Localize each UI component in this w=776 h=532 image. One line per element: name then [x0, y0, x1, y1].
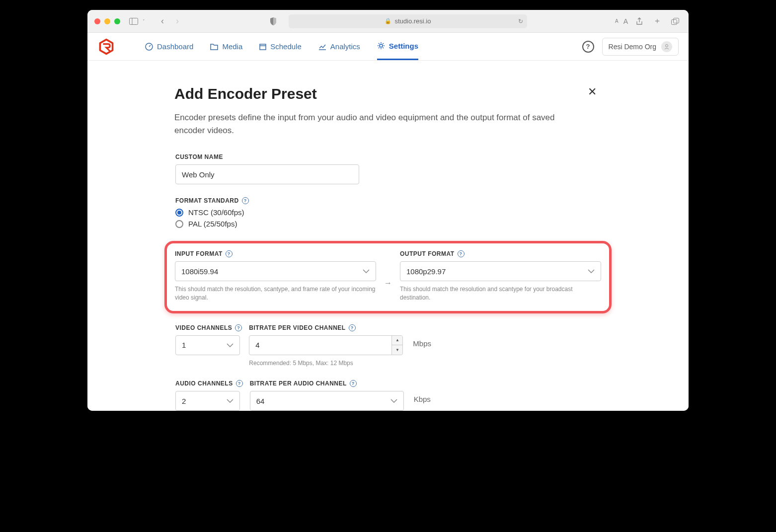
output-format-hint: This should match the resolution and sca… [400, 285, 601, 302]
resi-logo[interactable] [97, 38, 115, 56]
nav-schedule[interactable]: Schedule [259, 33, 302, 60]
svg-rect-5 [260, 44, 266, 50]
svg-rect-0 [130, 18, 138, 24]
format-highlight-box: Input Format ? 1080i59.94 This should ma… [164, 241, 612, 313]
close-window-button[interactable] [94, 18, 100, 24]
org-switcher[interactable]: Resi Demo Org [602, 38, 679, 56]
minimize-window-button[interactable] [104, 18, 110, 24]
output-format-select[interactable]: 1080p29.97 [400, 261, 601, 281]
bitrate-video-label: Bitrate per Video Channel [249, 324, 345, 331]
bitrate-video-unit: Mbps [410, 324, 431, 348]
radio-pal-label: PAL (25/50fps) [188, 220, 237, 228]
svg-rect-2 [671, 19, 677, 24]
share-icon[interactable] [633, 15, 646, 28]
bitrate-video-stepper[interactable]: ▲ ▼ [391, 336, 402, 355]
chevron-down-icon [363, 269, 370, 273]
input-format-label: Input Format [175, 250, 223, 257]
chart-icon [318, 43, 326, 50]
stepper-up-icon[interactable]: ▲ [392, 336, 402, 346]
chevron-down-icon [588, 269, 595, 273]
stepper-down-icon[interactable]: ▼ [392, 345, 402, 355]
bitrate-audio-label: Bitrate per Audio Channel [250, 380, 347, 387]
help-icon[interactable]: ? [349, 324, 356, 331]
font-size-large[interactable]: A [623, 17, 628, 25]
format-standard-label: Format Standard [175, 197, 239, 204]
traffic-lights [94, 18, 120, 24]
bitrate-audio-select[interactable]: 64 [250, 391, 404, 411]
tabs-overview-icon[interactable] [669, 15, 682, 28]
bitrate-video-field: Bitrate per Video Channel ? ▲ ▼ Recommen… [249, 324, 403, 368]
maximize-window-button[interactable] [114, 18, 120, 24]
help-icon[interactable]: ? [242, 197, 249, 204]
forward-button[interactable]: › [171, 15, 184, 28]
nav-media[interactable]: Media [210, 33, 242, 60]
browser-window: ˅ ‹ › 🔒 studio.resi.io ↻ A A ＋ [87, 10, 689, 411]
custom-name-input[interactable] [175, 164, 359, 184]
help-icon[interactable]: ? [226, 250, 233, 257]
video-row: Video Channels ? 1 Bitrate per Video Cha… [174, 324, 602, 368]
audio-channels-select[interactable]: 2 [175, 391, 240, 411]
page-content: Add Encoder Preset ✕ Encoder presets def… [87, 61, 689, 411]
radio-pal[interactable]: PAL (25/50fps) [175, 220, 601, 228]
gear-icon [377, 42, 385, 50]
format-standard-field: Format Standard ? NTSC (30/60fps) PAL (2… [174, 197, 602, 228]
custom-name-field: Custom Name [174, 153, 602, 184]
help-icon[interactable]: ? [235, 324, 242, 331]
refresh-icon[interactable]: ↻ [518, 18, 523, 25]
radio-ntsc[interactable]: NTSC (30/60fps) [175, 208, 601, 217]
chevron-down-icon [390, 399, 397, 403]
app-container: Dashboard Media Schedule Analytics Setti… [87, 33, 689, 411]
org-name: Resi Demo Org [609, 43, 656, 51]
nav-media-label: Media [222, 42, 242, 51]
nav-dashboard[interactable]: Dashboard [145, 33, 193, 60]
nav-settings[interactable]: Settings [377, 33, 418, 60]
font-size-small[interactable]: A [615, 18, 619, 24]
output-format-value: 1080p29.97 [406, 267, 446, 276]
sidebar-menu-chevron[interactable]: ˅ [140, 15, 147, 28]
radio-icon [175, 220, 183, 228]
nav-schedule-label: Schedule [270, 42, 302, 51]
folder-icon [210, 43, 218, 50]
sidebar-toggle-button[interactable] [127, 15, 140, 28]
help-button[interactable]: ? [582, 41, 594, 53]
input-format-select[interactable]: 1080i59.94 [175, 261, 376, 281]
svg-point-7 [380, 44, 383, 47]
back-button[interactable]: ‹ [156, 15, 169, 28]
svg-rect-3 [673, 18, 679, 23]
app-header: Dashboard Media Schedule Analytics Setti… [87, 33, 689, 61]
nav-analytics[interactable]: Analytics [318, 33, 360, 60]
bitrate-audio-unit: Kbps [411, 380, 431, 403]
chevron-down-icon [227, 343, 233, 347]
browser-toolbar: ˅ ‹ › 🔒 studio.resi.io ↻ A A ＋ [87, 10, 689, 33]
bitrate-audio-value: 64 [256, 397, 265, 405]
lock-icon: 🔒 [385, 18, 391, 24]
bitrate-audio-field: Bitrate per Audio Channel ? 64 [250, 380, 404, 411]
video-channels-label: Video Channels [175, 324, 232, 331]
bitrate-video-input[interactable] [249, 335, 403, 355]
chevron-down-icon [227, 399, 233, 403]
video-channels-value: 1 [182, 341, 186, 349]
input-format-hint: This should match the resolution, scanty… [175, 285, 376, 302]
help-icon[interactable]: ? [458, 250, 465, 257]
url-text: studio.resi.io [394, 17, 431, 25]
nav-dashboard-label: Dashboard [157, 42, 193, 51]
new-tab-icon[interactable]: ＋ [651, 15, 664, 28]
output-format-field: Output Format ? 1080p29.97 This should m… [400, 250, 601, 302]
user-avatar-icon [661, 41, 672, 52]
privacy-shield-icon[interactable] [267, 15, 280, 28]
gauge-icon [145, 43, 153, 51]
output-format-label: Output Format [400, 250, 455, 257]
help-icon[interactable]: ? [236, 380, 243, 387]
address-bar[interactable]: 🔒 studio.resi.io ↻ [289, 14, 527, 28]
page-description: Encoder presets define the input from yo… [174, 111, 582, 137]
main-nav: Dashboard Media Schedule Analytics Setti… [145, 33, 418, 60]
close-button[interactable]: ✕ [588, 85, 602, 98]
video-channels-field: Video Channels ? 1 [175, 324, 242, 355]
audio-row: Audio Channels ? 2 Bitrate per Audio Cha… [174, 380, 602, 411]
help-icon[interactable]: ? [350, 380, 357, 387]
radio-icon [175, 209, 183, 217]
radio-ntsc-label: NTSC (30/60fps) [188, 208, 244, 217]
custom-name-label: Custom Name [175, 153, 601, 160]
video-channels-select[interactable]: 1 [175, 335, 240, 355]
nav-settings-label: Settings [389, 42, 418, 50]
